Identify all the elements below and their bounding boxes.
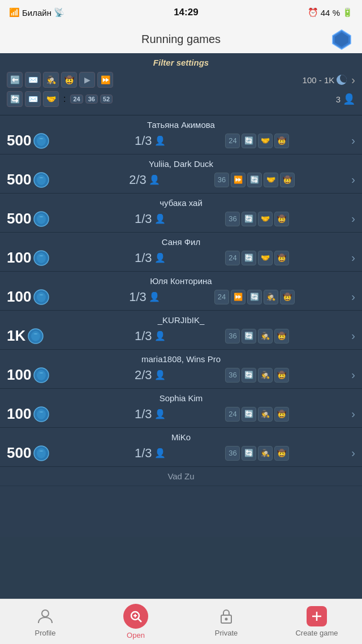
nav-private[interactable]: Private — [181, 606, 272, 637]
game-chevron[interactable]: › — [351, 134, 355, 147]
cowboy-icon: 🤠 — [274, 368, 289, 383]
filter-bar: Filter settings ⬅️ ✉️ 🕵️ 🤠 ▶ ⏩ 100 - 1K … — [0, 53, 362, 115]
card-count-badge: 36 — [225, 446, 240, 461]
game-bet: 100 — [7, 249, 75, 267]
game-chevron[interactable]: › — [351, 290, 355, 303]
game-chevron[interactable]: › — [351, 329, 355, 342]
game-host: _KURJIbIK_ — [7, 315, 355, 325]
svg-point-3 — [37, 136, 46, 146]
card-count-badge: 36 — [214, 173, 229, 187]
game-icons: 36🔄🕵️🤠 — [225, 368, 289, 383]
game-item[interactable]: Саня Фил 100 1/3👤 24🔄🤝🤠 › — [0, 233, 362, 272]
filter-icon-fastplay[interactable]: ⏩ — [97, 72, 113, 88]
game-icons: 36🔄🕵️🤠 — [225, 446, 289, 461]
svg-point-7 — [37, 214, 46, 224]
filter-badge-36[interactable]: 36 — [85, 95, 98, 104]
game-chevron[interactable]: › — [351, 368, 355, 381]
person-icon: 👤 — [343, 93, 355, 105]
game-item[interactable]: Yuliia, Dark Duck 500 2/3👤 36⏩🔄🤝🤠 › — [0, 154, 362, 194]
filter-icon-refresh[interactable]: 🔄 — [7, 91, 23, 107]
game-item[interactable]: Sophia Kim 100 1/3👤 24🔄🕵️🤠 › — [0, 389, 362, 428]
game-item[interactable]: _KURJIbIK_ 1K 1/3👤 36🔄🕵️🤠 › — [0, 311, 362, 350]
create-icon — [307, 606, 327, 626]
handshake-icon: 🤝 — [264, 173, 278, 187]
handshake-icon: 🤝 — [258, 134, 273, 148]
open-icon — [123, 604, 148, 629]
game-players: 1/3👤 — [135, 407, 166, 422]
game-icons: 24⏩🔄🕵️🤠 — [214, 290, 295, 304]
alarm-icon: ⏰ — [308, 7, 318, 18]
filter-chevron[interactable]: › — [351, 74, 355, 87]
game-row: 100 2/3👤 36🔄🕵️🤠 › — [7, 366, 355, 384]
filter-player-count: 3 👤 — [336, 93, 355, 105]
svg-point-19 — [37, 448, 46, 458]
cowboy-icon: 🤠 — [280, 173, 295, 187]
game-item[interactable]: Юля Конторина 100 1/3👤 24⏩🔄🕵️🤠 › — [0, 272, 362, 311]
game-item[interactable]: чубака хай 500 1/3👤 36🔄🤝🤠 › — [0, 194, 362, 233]
deal-icon: 🔄 — [242, 134, 256, 148]
game-row: 100 1/3👤 24🔄🕵️🤠 › — [7, 405, 355, 423]
wifi-icon: 📡 — [54, 7, 64, 18]
game-item[interactable]: maria1808, Wins Pro 100 2/3👤 36🔄🕵️🤠 › — [0, 350, 362, 389]
svg-point-15 — [37, 370, 46, 380]
game-chevron[interactable]: › — [351, 446, 355, 460]
filter-icons-row1: ⬅️ ✉️ 🕵️ 🤠 ▶ ⏩ — [7, 72, 113, 88]
svg-point-11 — [37, 292, 46, 302]
game-bet: 100 — [7, 405, 75, 423]
nav-open[interactable]: Open — [90, 604, 181, 639]
handshake-icon: 🤝 — [258, 251, 273, 265]
filter-icon-cowboy[interactable]: 🤠 — [61, 72, 77, 88]
game-item[interactable]: Vad Zu — [0, 467, 362, 486]
game-players: 1/3👤 — [135, 446, 166, 461]
filter-icon-play[interactable]: ▶ — [79, 72, 95, 88]
signal-icon: 📶 — [9, 7, 20, 18]
game-list: Татьяна Акимова 500 1/3👤 24🔄🤝🤠 › Yuliia,… — [0, 115, 362, 537]
svg-point-26 — [225, 618, 228, 621]
filter-badge-52[interactable]: 52 — [100, 95, 113, 104]
gem-icon — [330, 28, 353, 50]
deal-icon: 🔄 — [242, 446, 256, 461]
status-time: 14:29 — [174, 7, 198, 18]
filter-icon-envelope2[interactable]: ✉️ — [25, 91, 41, 107]
filter-badge-24[interactable]: 24 — [70, 95, 83, 104]
game-item[interactable]: MiKo 500 1/3👤 36🔄🕵️🤠 › — [0, 428, 362, 467]
filter-title: Filter settings — [7, 58, 355, 67]
game-chevron[interactable]: › — [351, 212, 355, 225]
nav-profile[interactable]: Profile — [0, 606, 90, 637]
nav-create[interactable]: Create game — [272, 606, 362, 637]
deal-icon: 🔄 — [247, 173, 262, 187]
cowboy-icon: 🤠 — [274, 446, 289, 461]
profile-icon — [35, 606, 55, 626]
deal-icon: 🔄 — [242, 368, 256, 383]
card-count-badge: 24 — [225, 251, 240, 265]
cowboy-icon: 🤠 — [274, 134, 289, 148]
filter-icon-envelope[interactable]: ✉️ — [25, 72, 41, 88]
battery-icon: 🔋 — [342, 7, 353, 18]
filter-icon-left[interactable]: ⬅️ — [7, 72, 23, 88]
filter-icon-spy[interactable]: 🕵️ — [43, 72, 59, 88]
bottom-nav: Profile Open Private — [0, 599, 362, 644]
game-host: Юля Конторина — [7, 276, 355, 286]
game-host: Саня Фил — [7, 237, 355, 247]
game-players: 1/3👤 — [135, 212, 166, 226]
spy-icon: 🕵️ — [264, 290, 278, 304]
cowboy-icon: 🤠 — [274, 407, 289, 422]
game-chevron[interactable]: › — [351, 173, 355, 186]
deal-icon: 🔄 — [242, 329, 256, 344]
game-item[interactable]: Татьяна Акимова 500 1/3👤 24🔄🤝🤠 › — [0, 115, 362, 154]
fast-icon: ⏩ — [231, 290, 245, 304]
game-icons: 24🔄🤝🤠 — [225, 134, 289, 148]
filter-icon-handshake[interactable]: 🤝 — [43, 91, 59, 107]
game-chevron[interactable]: › — [351, 407, 355, 420]
nav-profile-label: Profile — [35, 629, 56, 637]
game-chevron[interactable]: › — [351, 251, 355, 264]
card-count-badge: 24 — [225, 407, 240, 422]
handshake-icon: 🤝 — [258, 212, 273, 226]
game-icons: 24🔄🤝🤠 — [225, 251, 289, 265]
game-bet: 1K — [7, 327, 75, 345]
game-players: 1/3👤 — [135, 329, 166, 344]
card-count-badge: 36 — [225, 368, 240, 383]
game-bet: 100 — [7, 366, 75, 384]
game-row: 500 1/3👤 36🔄🤝🤠 › — [7, 210, 355, 227]
game-host: maria1808, Wins Pro — [7, 354, 355, 364]
